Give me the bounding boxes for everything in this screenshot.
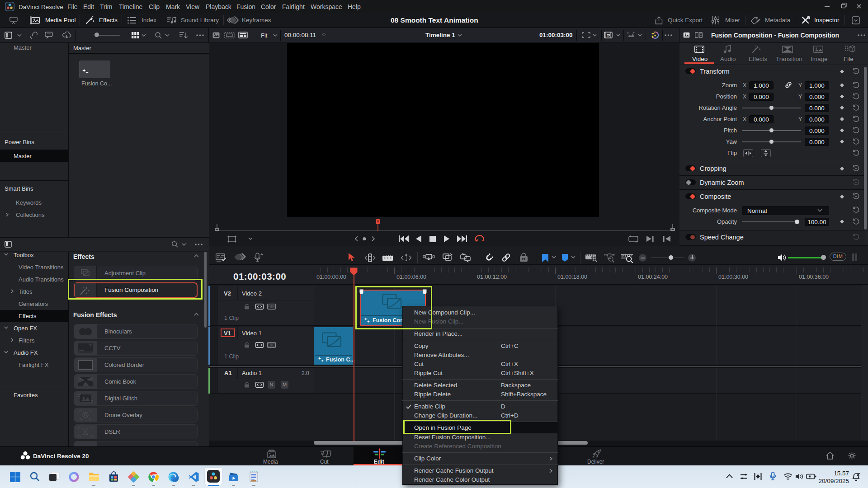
svg-text:HQ: HQ xyxy=(607,34,610,37)
